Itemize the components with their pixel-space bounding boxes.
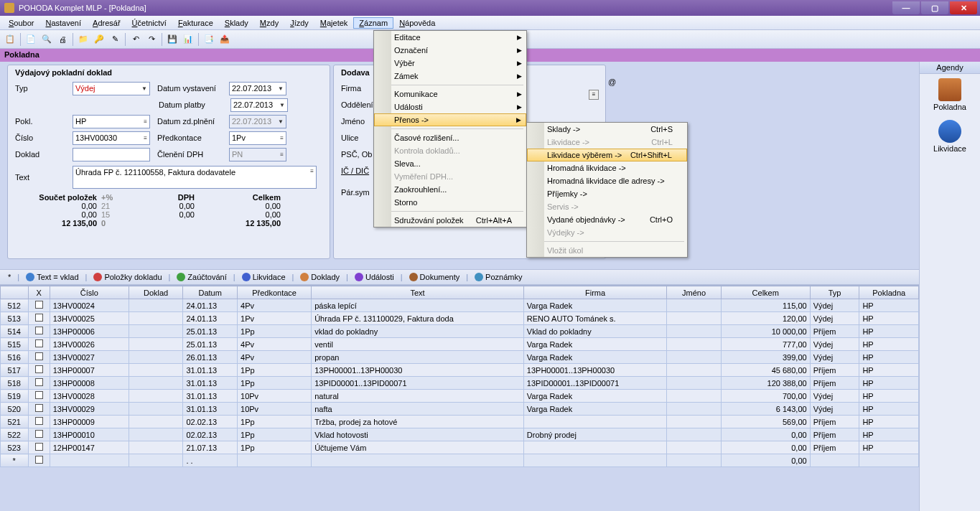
table-row[interactable]: 52013HV0002931.01.1310PvnaftaVarga Radek… [1,403,919,416]
grid[interactable]: XČísloDokladDatumPředkontaceTextFirmaJmé… [0,285,919,511]
tool-icon[interactable]: 🖨 [55,32,70,47]
col-header[interactable] [1,286,29,299]
table-row[interactable]: 51613HV0002726.01.134PvpropanVarga Radek… [1,351,919,364]
table-row[interactable]: 51313HV0002524.01.131PvÚhrada FP č. 1311… [1,312,919,325]
col-header[interactable]: X [28,286,50,299]
titlebar: POHODA Komplet MLP - [Pokladna] — ▢ ✕ [0,0,980,16]
col-header[interactable]: Doklad [129,286,183,299]
col-header[interactable]: Pokladna [859,286,919,299]
tab[interactable]: Poznámky [470,271,527,283]
table-row[interactable]: 52213HP0001002.02.131PpVklad hotovostiDr… [1,428,919,441]
tab[interactable]: Doklady [295,271,345,283]
zaznam-menu[interactable]: Editace▶Označení▶Výběr▶Zámek▶ Komunikace… [373,30,527,228]
menu-prenos[interactable]: Přenos ->▶ [374,113,526,126]
menu-item[interactable]: Editace▶ [374,31,526,44]
col-header[interactable]: Datum [183,286,238,299]
col-header[interactable]: Text [312,286,524,299]
tab[interactable]: Události [350,271,399,283]
menu-nastavení[interactable]: Nastavení [39,17,87,29]
tab[interactable]: Likvidace [237,271,291,283]
submenu-item[interactable]: Hromadná likvidace -> [527,161,687,174]
tool-icon[interactable]: ↶ [129,32,143,47]
window-controls: — ▢ ✕ [892,1,977,14]
col-header[interactable]: Firma [523,286,666,299]
menu-majetek[interactable]: Majetek [314,17,354,29]
menubar: SouborNastaveníAdresářÚčetnictvíFakturac… [0,16,980,30]
submenu-item[interactable]: Hromadná likvidace dle adresy -> [527,174,687,187]
tabbar: *|Text = vklad|Položky dokladu|Zaúčtován… [0,269,919,285]
table-row[interactable]: 51713HP0000731.01.131Pp13PH00001..13PH00… [1,364,919,377]
menu-item[interactable]: Výběr▶ [374,57,526,70]
submenu-item[interactable]: Sklady ->Ctrl+S [527,123,687,136]
lookup-button[interactable]: ≡ [589,90,599,100]
tab[interactable]: Položky dokladu [88,271,167,283]
tab[interactable]: * [3,271,16,283]
tab[interactable]: Dokumenty [404,271,465,283]
menu-item[interactable]: Sleva... [374,157,526,170]
tab[interactable]: Zaúčtování [172,271,231,283]
col-header[interactable]: Typ [810,286,859,299]
col-header[interactable]: Jméno [667,286,722,299]
submenu-item[interactable]: Vydané objednávky ->Ctrl+O [527,213,687,226]
menu-sdruzovani[interactable]: Sdružování položekCtrl+Alt+A [374,214,526,227]
field-cislo[interactable]: 13HV00030≡ [73,131,150,145]
menu-item[interactable]: Storno [374,196,526,209]
table-row[interactable]: 51513HV0002625.01.134PvventilVarga Radek… [1,338,919,351]
field-text[interactable]: Úhrada FP č. 121100558, Faktura dodavate… [73,166,317,189]
field-dplat[interactable]: 22.07.2013▼ [230,98,288,112]
table-row[interactable]: 51913HV0002831.01.1310PvnaturalVarga Rad… [1,390,919,403]
tool-icon[interactable]: 📑 [202,32,216,47]
menu-adresář[interactable]: Adresář [87,17,126,29]
field-dvyst[interactable]: 22.07.2013▼ [229,82,286,95]
submenu-item[interactable]: Likvidace výběrem ->Ctrl+Shift+L [527,149,687,161]
col-header[interactable]: Předkontace [238,286,312,299]
menu-item[interactable]: Časové rozlišení... [374,131,526,144]
submenu-item: Likvidace ->Ctrl+L [527,136,687,149]
tool-icon[interactable]: 🔍 [39,32,54,47]
menu-fakturace[interactable]: Fakturace [172,17,219,29]
tool-icon[interactable]: 📄 [24,32,38,47]
sidebar-title: Agendy [920,62,980,74]
tool-icon[interactable]: 📁 [76,32,90,47]
tool-icon[interactable]: 💾 [165,32,179,47]
menu-item[interactable]: Označení▶ [374,44,526,57]
maximize-button[interactable]: ▢ [921,1,948,14]
menu-item[interactable]: Události▶ [374,100,526,113]
menu-nápověda[interactable]: Nápověda [393,17,441,29]
table-row[interactable]: 52113HP0000902.02.131PpTržba, prodej za … [1,416,919,428]
table-row[interactable]: 51213HV0002424.01.134Pvpáska lepícíVarga… [1,299,919,312]
field-typ[interactable]: Výdej▼ [73,82,150,95]
field-predk[interactable]: 1Pv≡ [229,131,286,145]
field-pokl[interactable]: HP≡ [73,115,150,128]
col-header[interactable]: Celkem [721,286,810,299]
table-row[interactable]: 51813HP0000831.01.131Pp13PID00001..13PID… [1,377,919,390]
table-row[interactable]: 51413HP0000625.01.131Ppvklad do pokladny… [1,325,919,338]
tool-icon[interactable]: ✎ [108,32,122,47]
tool-icon[interactable]: 🔑 [92,32,106,47]
col-header[interactable]: Číslo [50,286,129,299]
tool-icon[interactable]: 📋 [3,32,17,47]
lbl-predk: Předkontace [157,133,229,142]
menu-sklady[interactable]: Sklady [219,17,254,29]
table-row[interactable]: 52312HP0014721.07.131PpÚčtujeme Vám0,00P… [1,441,919,454]
menu-účetnictví[interactable]: Účetnictví [126,17,172,29]
submenu-item[interactable]: Příjemky -> [527,187,687,200]
menu-mzdy[interactable]: Mzdy [254,17,284,29]
menu-soubor[interactable]: Soubor [3,17,39,29]
field-doklad[interactable] [73,148,150,161]
table-row[interactable]: *. .0,00 [1,454,919,467]
tool-icon[interactable]: 📊 [181,32,195,47]
sidebar-item-likvidace[interactable]: Likvidace [920,116,980,157]
menu-item[interactable]: Zaokrouhlení... [374,183,526,196]
menu-item[interactable]: Zámek▶ [374,70,526,83]
tab[interactable]: Text = vklad [21,271,83,283]
menu-jízdy[interactable]: Jízdy [284,17,314,29]
menu-item[interactable]: Komunikace▶ [374,88,526,100]
minimize-button[interactable]: — [892,1,920,14]
sidebar-item-pokladna[interactable]: Pokladna [920,74,980,116]
close-button[interactable]: ✕ [950,1,977,14]
prenos-submenu[interactable]: Sklady ->Ctrl+SLikvidace ->Ctrl+LLikvida… [526,122,688,258]
menu-záznam[interactable]: Záznam [353,17,393,29]
tool-icon[interactable]: 📤 [218,32,232,47]
tool-icon[interactable]: ↷ [144,32,159,47]
